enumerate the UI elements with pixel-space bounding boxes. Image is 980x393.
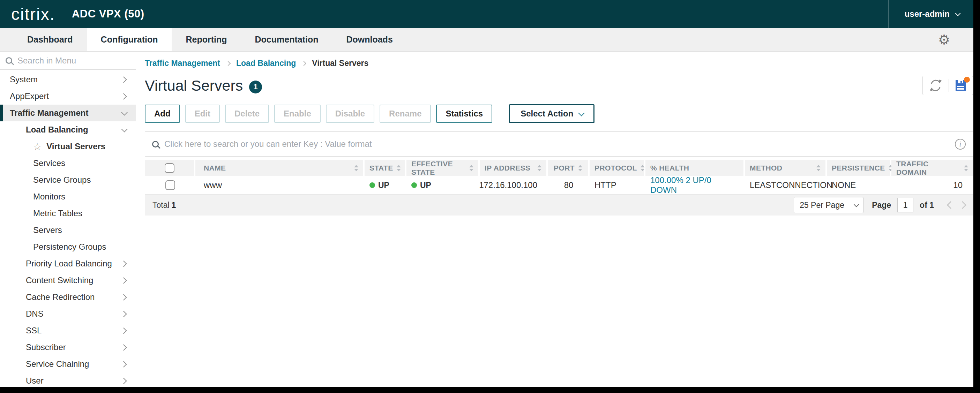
sidebar-item-label: Monitors bbox=[33, 192, 65, 201]
cell-persistence: NONE bbox=[827, 176, 891, 194]
sidebar-item-metric-tables[interactable]: Metric Tables bbox=[0, 205, 136, 222]
breadcrumb-separator-icon bbox=[226, 61, 231, 65]
table-header-row: NAMESTATEEFFECTIVE STATEIP ADDRESSPORTPR… bbox=[145, 160, 973, 176]
sidebar-item-appexpert[interactable]: AppExpert bbox=[0, 88, 136, 105]
sort-down-arrow bbox=[537, 169, 541, 171]
column-label: STATE bbox=[369, 164, 393, 172]
refresh-icon bbox=[928, 79, 943, 92]
info-icon[interactable]: i bbox=[955, 139, 966, 150]
top-header: citrix. ADC VPX (50) user-admin bbox=[0, 0, 980, 28]
user-name: user-admin bbox=[905, 9, 950, 19]
content: Traffic ManagementLoad BalancingVirtual … bbox=[136, 52, 980, 387]
next-page-button[interactable] bbox=[959, 201, 967, 209]
sidebar-item-services[interactable]: Services bbox=[0, 155, 136, 171]
settings-gear-icon[interactable]: ⚙ bbox=[938, 33, 950, 46]
table-body: wwwUPUP172.16.100.10080HTTP100.00% 2 UP/… bbox=[145, 176, 973, 195]
sidebar-item-subscriber[interactable]: Subscriber bbox=[0, 339, 136, 356]
title-row: Virtual Servers 1 bbox=[145, 76, 973, 95]
rows-per-page-select[interactable]: 25 Per Page bbox=[794, 197, 864, 213]
sidebar: SystemAppExpertTraffic ManagementLoad Ba… bbox=[0, 52, 136, 387]
tab-dashboard[interactable]: Dashboard bbox=[13, 28, 87, 51]
sidebar-item-system[interactable]: System bbox=[0, 71, 136, 88]
sidebar-item-load-balancing[interactable]: Load Balancing bbox=[0, 121, 136, 138]
delete-button: Delete bbox=[225, 105, 269, 123]
sort-icon[interactable] bbox=[964, 165, 968, 171]
chevron-down-icon bbox=[955, 11, 961, 16]
total-count: Total1 bbox=[153, 201, 176, 210]
refresh-button[interactable] bbox=[928, 79, 943, 92]
sidebar-item-monitors[interactable]: Monitors bbox=[0, 188, 136, 205]
sidebar-item-label: System bbox=[10, 74, 38, 84]
sort-icon[interactable] bbox=[537, 165, 541, 171]
sidebar-item-dns[interactable]: DNS bbox=[0, 306, 136, 322]
chevron-right-icon bbox=[120, 361, 127, 367]
sidebar-item-persistency-groups[interactable]: Persistency Groups bbox=[0, 239, 136, 255]
breadcrumb-item-traffic-management[interactable]: Traffic Management bbox=[145, 59, 220, 68]
page-number-input[interactable] bbox=[897, 198, 913, 212]
sidebar-search-input[interactable] bbox=[18, 56, 136, 65]
breadcrumb-item-load-balancing[interactable]: Load Balancing bbox=[236, 59, 296, 68]
user-menu[interactable]: user-admin bbox=[888, 0, 959, 28]
column-header-ip-address: IP ADDRESS bbox=[480, 160, 548, 176]
sidebar-item-content-switching[interactable]: Content Switching bbox=[0, 272, 136, 289]
column-header-port: PORT bbox=[548, 160, 590, 176]
status-text: UP bbox=[378, 181, 389, 190]
column-header-health: % HEALTH bbox=[646, 160, 745, 176]
sort-icon[interactable] bbox=[397, 165, 401, 171]
virtual-servers-table: NAMESTATEEFFECTIVE STATEIP ADDRESSPORTPR… bbox=[145, 160, 973, 216]
sidebar-item-label: Servers bbox=[33, 225, 62, 235]
sort-icon[interactable] bbox=[641, 165, 645, 171]
sidebar-item-servers[interactable]: Servers bbox=[0, 222, 136, 239]
rename-button: Rename bbox=[380, 105, 431, 123]
sidebar-item-priority-load-balancing[interactable]: Priority Load Balancing bbox=[0, 255, 136, 272]
chevron-right-icon bbox=[120, 294, 127, 300]
sidebar-item-label: Priority Load Balancing bbox=[26, 259, 112, 268]
sort-up-arrow bbox=[964, 165, 968, 167]
tab-downloads[interactable]: Downloads bbox=[332, 28, 406, 51]
pagination: 25 Per Page Page of 1 bbox=[794, 197, 965, 213]
select-action-button[interactable]: Select Action bbox=[509, 104, 595, 123]
app-window: citrix. ADC VPX (50) user-admin Dashboar… bbox=[0, 0, 980, 393]
edit-button: Edit bbox=[185, 105, 220, 123]
sidebar-item-service-chaining[interactable]: Service Chaining bbox=[0, 356, 136, 372]
cell-traffic-domain: 10 bbox=[891, 176, 973, 194]
sort-icon[interactable] bbox=[816, 165, 821, 171]
status-dot-icon bbox=[369, 182, 375, 188]
statistics-button[interactable]: Statistics bbox=[436, 105, 492, 123]
page-label: Page bbox=[872, 201, 891, 210]
sidebar-item-service-groups[interactable]: Service Groups bbox=[0, 171, 136, 188]
add-button[interactable]: Add bbox=[145, 105, 180, 123]
sort-up-arrow bbox=[469, 165, 473, 167]
unsaved-changes-dot bbox=[964, 77, 970, 82]
menu-search-icon bbox=[6, 57, 12, 64]
sidebar-item-cache-redirection[interactable]: Cache Redirection bbox=[0, 289, 136, 306]
health-link[interactable]: 100.00% 2 UP/0 DOWN bbox=[650, 175, 740, 195]
sidebar-item-label: Cache Redirection bbox=[26, 292, 95, 302]
sort-icon[interactable] bbox=[469, 165, 473, 171]
sidebar-item-virtual-servers[interactable]: ☆Virtual Servers bbox=[0, 138, 136, 155]
tab-configuration[interactable]: Configuration bbox=[87, 28, 172, 51]
sidebar-item-label: DNS bbox=[26, 309, 44, 319]
cell-ip-address: 172.16.100.100 bbox=[480, 176, 548, 194]
breadcrumb: Traffic ManagementLoad BalancingVirtual … bbox=[145, 59, 973, 68]
sort-icon[interactable] bbox=[578, 165, 582, 171]
table-footer: Total1 25 Per Page Page of 1 bbox=[145, 195, 973, 216]
prev-page-button[interactable] bbox=[947, 201, 955, 209]
tab-reporting[interactable]: Reporting bbox=[172, 28, 241, 51]
table-search-input[interactable] bbox=[164, 139, 949, 149]
tab-documentation[interactable]: Documentation bbox=[241, 28, 332, 51]
nav-tabs: DashboardConfigurationReportingDocumenta… bbox=[13, 28, 407, 51]
save-button[interactable] bbox=[955, 79, 967, 92]
chevron-down-icon bbox=[121, 109, 127, 116]
select-all-checkbox[interactable] bbox=[165, 163, 175, 173]
row-select-checkbox[interactable] bbox=[165, 180, 175, 190]
sidebar-item-traffic-management[interactable]: Traffic Management bbox=[0, 105, 136, 121]
column-header-persistence: PERSISTENCE bbox=[827, 160, 891, 176]
column-header-protocol: PROTOCOL bbox=[590, 160, 646, 176]
main-area: SystemAppExpertTraffic ManagementLoad Ba… bbox=[0, 52, 980, 387]
sidebar-item-ssl[interactable]: SSL bbox=[0, 322, 136, 339]
sort-icon[interactable] bbox=[354, 165, 358, 171]
cell-state: UP bbox=[364, 176, 406, 194]
sidebar-item-label: SSL bbox=[26, 326, 41, 336]
cell-port: 80 bbox=[548, 176, 590, 194]
